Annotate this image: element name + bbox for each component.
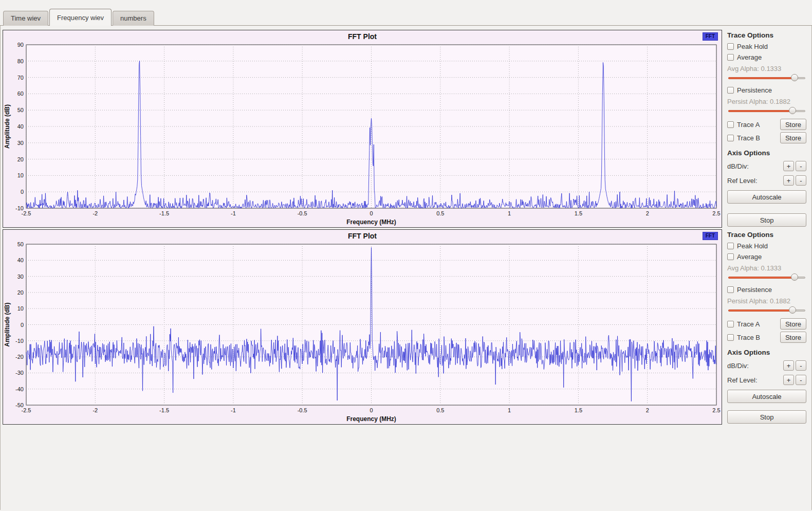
svg-text:0: 0 bbox=[370, 210, 373, 216]
svg-text:1.5: 1.5 bbox=[575, 210, 582, 216]
checkbox-icon[interactable] bbox=[727, 334, 734, 341]
svg-text:2.5: 2.5 bbox=[712, 407, 720, 413]
average-label: Average bbox=[737, 253, 762, 261]
persistence-label: Persistence bbox=[737, 286, 772, 294]
trace-a-checkbox-2[interactable]: Trace A bbox=[727, 320, 780, 328]
legend-fft-badge-1[interactable]: FFT bbox=[703, 32, 718, 41]
svg-text:-40: -40 bbox=[15, 386, 24, 392]
svg-text:50: 50 bbox=[17, 107, 24, 113]
peak-hold-checkbox-2[interactable]: Peak Hold bbox=[727, 242, 806, 250]
db-div-minus-button-1[interactable]: - bbox=[796, 161, 806, 171]
ref-level-plus-button-1[interactable]: + bbox=[783, 175, 794, 186]
svg-text:-1: -1 bbox=[231, 407, 236, 413]
ref-level-minus-button-2[interactable]: - bbox=[796, 375, 806, 385]
control-panel-2: Trace Options Peak Hold Average Avg Alph… bbox=[725, 229, 807, 425]
svg-text:Amplitude (dB): Amplitude (dB) bbox=[4, 303, 11, 347]
trace-b-checkbox-2[interactable]: Trace B bbox=[727, 334, 780, 341]
svg-text:0: 0 bbox=[21, 189, 24, 195]
legend-fft-badge-2[interactable]: FFT bbox=[703, 232, 718, 240]
autoscale-button-2[interactable]: Autoscale bbox=[727, 390, 806, 403]
trace-options-header-1: Trace Options bbox=[727, 31, 806, 39]
svg-text:1: 1 bbox=[508, 407, 511, 413]
store-trace-a-button-2[interactable]: Store bbox=[780, 318, 806, 330]
svg-text:70: 70 bbox=[17, 75, 24, 81]
svg-text:-30: -30 bbox=[15, 370, 24, 376]
svg-text:40: 40 bbox=[17, 257, 24, 263]
svg-text:40: 40 bbox=[17, 123, 24, 130]
store-trace-b-button-1[interactable]: Store bbox=[780, 132, 806, 143]
fft-plot-widget-1: FFT Plot FFT -2.5-2-1.5-1-0.500.511.522.… bbox=[3, 30, 722, 228]
svg-text:30: 30 bbox=[17, 140, 24, 146]
persist-alpha-slider-2[interactable] bbox=[728, 306, 805, 314]
trace-a-checkbox-1[interactable]: Trace A bbox=[727, 121, 780, 129]
db-div-row-2: dB/Div: + - bbox=[727, 360, 806, 371]
checkbox-icon[interactable] bbox=[727, 321, 734, 327]
svg-text:1.5: 1.5 bbox=[575, 407, 582, 413]
peak-hold-checkbox-1[interactable]: Peak Hold bbox=[727, 43, 806, 50]
fft-plot-widget-2: FFT Plot FFT -2.5-2-1.5-1-0.500.511.522.… bbox=[3, 229, 722, 425]
tab-content-frequency-view: FFT Plot FFT -2.5-2-1.5-1-0.500.511.522.… bbox=[0, 26, 812, 510]
db-div-plus-button-2[interactable]: + bbox=[783, 360, 794, 371]
stop-button-2[interactable]: Stop bbox=[727, 410, 806, 424]
slider-handle[interactable] bbox=[791, 273, 798, 281]
average-checkbox-1[interactable]: Average bbox=[727, 53, 806, 61]
avg-alpha-label-2: Avg Alpha: 0.1333 bbox=[727, 264, 806, 272]
slider-handle[interactable] bbox=[789, 107, 796, 114]
checkbox-icon[interactable] bbox=[727, 121, 734, 128]
svg-text:80: 80 bbox=[17, 58, 24, 64]
persist-alpha-slider-1[interactable] bbox=[728, 107, 805, 115]
svg-text:Frequency (MHz): Frequency (MHz) bbox=[346, 218, 396, 226]
slider-fill bbox=[728, 277, 795, 279]
tab-time-view[interactable]: Time wiev bbox=[3, 11, 48, 26]
db-div-minus-button-2[interactable]: - bbox=[796, 360, 806, 371]
checkbox-icon[interactable] bbox=[727, 253, 734, 260]
plot-title-2: FFT Plot bbox=[3, 232, 722, 240]
db-div-label: dB/Div: bbox=[727, 162, 782, 170]
slider-handle[interactable] bbox=[791, 74, 798, 81]
svg-text:50: 50 bbox=[17, 242, 24, 247]
checkbox-icon[interactable] bbox=[727, 43, 734, 50]
db-div-plus-button-1[interactable]: + bbox=[783, 161, 794, 171]
peak-hold-label: Peak Hold bbox=[737, 242, 768, 250]
plot-title-1: FFT Plot bbox=[3, 32, 722, 41]
persistence-checkbox-2[interactable]: Persistence bbox=[727, 286, 806, 294]
trace-b-checkbox-1[interactable]: Trace B bbox=[727, 134, 780, 142]
persistence-checkbox-1[interactable]: Persistence bbox=[727, 86, 806, 94]
svg-text:Amplitude (dB): Amplitude (dB) bbox=[4, 104, 11, 149]
slider-handle[interactable] bbox=[789, 306, 796, 314]
checkbox-icon[interactable] bbox=[727, 243, 734, 249]
checkbox-icon[interactable] bbox=[727, 135, 734, 141]
trace-a-label: Trace A bbox=[737, 320, 760, 328]
store-trace-a-button-1[interactable]: Store bbox=[780, 119, 806, 130]
stop-button-1[interactable]: Stop bbox=[727, 213, 806, 227]
autoscale-button-1[interactable]: Autoscale bbox=[727, 190, 806, 204]
slider-fill bbox=[728, 309, 792, 312]
tab-numbers[interactable]: numbers bbox=[113, 11, 154, 26]
trace-b-row-1: Trace B Store bbox=[727, 132, 806, 143]
average-checkbox-2[interactable]: Average bbox=[727, 253, 806, 261]
checkbox-icon[interactable] bbox=[727, 87, 734, 94]
trace-a-row-2: Trace A Store bbox=[727, 318, 806, 330]
fft-plot-canvas-2[interactable]: -2.5-2-1.5-1-0.500.511.522.5-50-40-30-20… bbox=[4, 242, 721, 424]
avg-alpha-slider-2[interactable] bbox=[728, 273, 805, 281]
svg-text:90: 90 bbox=[17, 42, 24, 48]
peak-hold-label: Peak Hold bbox=[737, 43, 768, 50]
store-trace-b-button-2[interactable]: Store bbox=[780, 332, 806, 343]
svg-text:1: 1 bbox=[508, 210, 511, 216]
svg-text:-10: -10 bbox=[15, 338, 24, 344]
avg-alpha-slider-1[interactable] bbox=[728, 74, 805, 82]
checkbox-icon[interactable] bbox=[727, 54, 734, 61]
persistence-label: Persistence bbox=[737, 86, 772, 94]
db-div-label: dB/Div: bbox=[727, 362, 782, 370]
persist-alpha-label-1: Persist Alpha: 0.1882 bbox=[727, 98, 806, 105]
tab-frequency-view[interactable]: Frequency wiev bbox=[49, 9, 112, 26]
svg-text:20: 20 bbox=[17, 289, 24, 296]
svg-text:2: 2 bbox=[646, 407, 649, 413]
trace-b-row-2: Trace B Store bbox=[727, 332, 806, 343]
control-panel-1: Trace Options Peak Hold Average Avg Alph… bbox=[725, 30, 807, 228]
ref-level-minus-button-1[interactable]: - bbox=[796, 175, 806, 186]
checkbox-icon[interactable] bbox=[727, 286, 734, 293]
ref-level-plus-button-2[interactable]: + bbox=[783, 375, 794, 385]
fft-plot-canvas-1[interactable]: -2.5-2-1.5-1-0.500.511.522.5-10010203040… bbox=[4, 42, 721, 227]
ref-level-label: Ref Level: bbox=[727, 376, 782, 384]
